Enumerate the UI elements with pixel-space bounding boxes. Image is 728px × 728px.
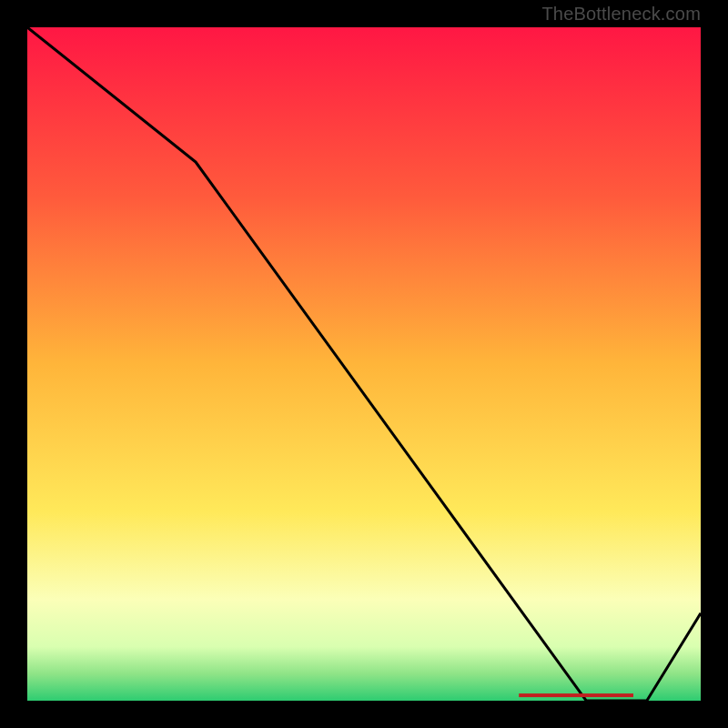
chart-svg <box>27 27 701 701</box>
optimal-range-marker <box>519 693 633 697</box>
attribution-label: TheBottleneck.com <box>541 4 701 25</box>
chart-frame: TheBottleneck.com <box>0 0 728 728</box>
gradient-background <box>27 27 701 701</box>
plot-area <box>27 27 701 701</box>
